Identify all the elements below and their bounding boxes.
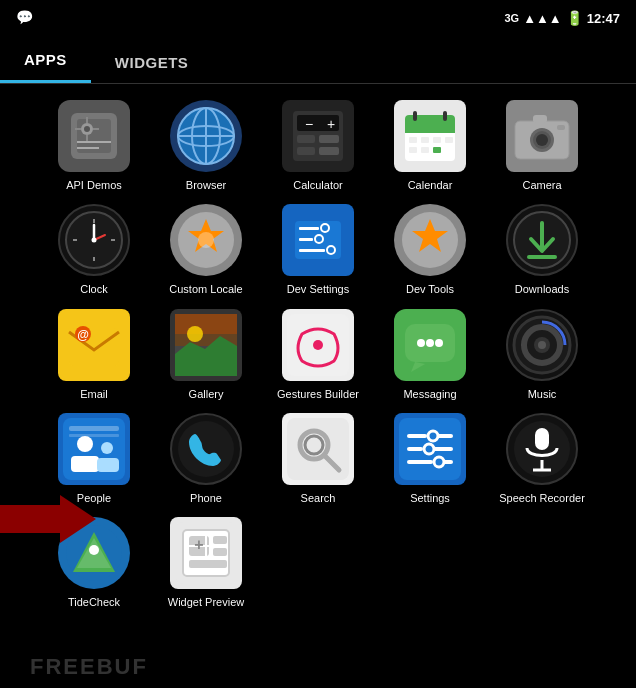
svg-text:+: + (194, 536, 203, 553)
gestures-builder-icon (287, 314, 349, 376)
svg-rect-41 (533, 115, 547, 123)
watermark: FREEBUF (30, 654, 148, 680)
app-item-phone[interactable]: Phone (152, 413, 260, 505)
svg-point-86 (77, 436, 93, 452)
app-item-dev-tools[interactable]: Dev Tools (376, 204, 484, 296)
downloads-icon (511, 209, 573, 271)
svg-rect-104 (443, 460, 453, 464)
app-item-calculator[interactable]: + − Calculator (264, 100, 372, 192)
app-label-calendar: Calendar (408, 178, 453, 192)
svg-rect-57 (299, 238, 313, 241)
svg-point-90 (178, 421, 234, 477)
dev-settings-icon (287, 209, 349, 271)
svg-rect-98 (437, 434, 453, 438)
app-label-downloads: Downloads (515, 282, 569, 296)
svg-rect-34 (421, 147, 429, 153)
app-label-widget-preview: Widget Preview (168, 595, 244, 609)
app-item-widget-preview[interactable]: + Widget Preview (152, 517, 260, 609)
app-item-gallery[interactable]: Gallery (152, 309, 260, 401)
svg-point-77 (435, 339, 443, 347)
speech-recorder-icon (511, 418, 573, 480)
svg-rect-99 (407, 447, 423, 451)
battery-icon: 🔋 (566, 10, 583, 26)
svg-rect-23 (319, 147, 339, 155)
app-label-camera: Camera (522, 178, 561, 192)
svg-point-71 (187, 326, 203, 342)
app-label-speech-recorder: Speech Recorder (499, 491, 585, 505)
dev-tools-icon (399, 209, 461, 271)
messaging-icon (399, 314, 461, 376)
app-item-clock[interactable]: Clock (40, 204, 148, 296)
app-label-gestures-builder: Gestures Builder (277, 387, 359, 401)
svg-rect-84 (69, 426, 119, 431)
svg-rect-22 (297, 147, 315, 155)
app-item-speech-recorder[interactable]: Speech Recorder (488, 413, 596, 505)
browser-icon (175, 105, 237, 167)
app-item-custom-locale[interactable]: Custom Locale (152, 204, 260, 296)
svg-rect-101 (433, 447, 453, 451)
custom-locale-icon (175, 209, 237, 271)
svg-rect-27 (413, 111, 417, 121)
svg-rect-59 (299, 249, 325, 252)
app-item-settings[interactable]: Settings (376, 413, 484, 505)
gallery-icon (175, 314, 237, 376)
calendar-icon (399, 105, 461, 167)
svg-text:−: − (305, 116, 313, 132)
svg-rect-102 (407, 460, 433, 464)
app-item-api-demos[interactable]: API Demos (40, 100, 148, 192)
svg-rect-96 (407, 434, 427, 438)
app-label-messaging: Messaging (403, 387, 456, 401)
calculator-icon: + − (287, 105, 349, 167)
app-item-search[interactable]: Search (264, 413, 372, 505)
camera-icon (511, 105, 573, 167)
app-item-browser[interactable]: Browser (152, 100, 260, 192)
tab-apps[interactable]: APPS (0, 39, 91, 83)
svg-point-75 (417, 339, 425, 347)
music-icon (511, 314, 573, 376)
app-item-people[interactable]: People (40, 413, 148, 505)
app-item-gestures-builder[interactable]: Gestures Builder (264, 309, 372, 401)
email-icon: @ (63, 314, 125, 376)
app-label-dev-tools: Dev Tools (406, 282, 454, 296)
app-item-email[interactable]: @ Email (40, 309, 148, 401)
app-item-camera[interactable]: Camera (488, 100, 596, 192)
app-label-music: Music (528, 387, 557, 401)
app-label-dev-settings: Dev Settings (287, 282, 349, 296)
svg-rect-30 (421, 137, 429, 143)
svg-rect-29 (409, 137, 417, 143)
app-label-browser: Browser (186, 178, 226, 192)
svg-rect-117 (213, 548, 227, 556)
svg-point-51 (92, 238, 97, 243)
app-label-api-demos: API Demos (66, 178, 122, 192)
signal-icon: ▲▲▲ (523, 11, 562, 26)
app-label-gallery: Gallery (189, 387, 224, 401)
app-item-music[interactable]: Music (488, 309, 596, 401)
svg-point-88 (101, 442, 113, 454)
clock-display: 12:47 (587, 11, 620, 26)
svg-point-60 (327, 246, 335, 254)
svg-point-3 (84, 126, 90, 132)
svg-rect-87 (71, 456, 99, 472)
app-item-messaging[interactable]: Messaging (376, 309, 484, 401)
app-label-clock: Clock (80, 282, 108, 296)
app-item-calendar[interactable]: Calendar (376, 100, 484, 192)
svg-text:@: @ (77, 328, 89, 342)
svg-point-56 (321, 224, 329, 232)
arrow-body (0, 505, 60, 533)
svg-point-100 (424, 444, 434, 454)
tab-widgets[interactable]: WIDGETS (91, 42, 213, 83)
svg-point-82 (538, 341, 546, 349)
svg-point-97 (428, 431, 438, 441)
app-item-downloads[interactable]: Downloads (488, 204, 596, 296)
svg-rect-89 (97, 458, 119, 472)
app-label-custom-locale: Custom Locale (169, 282, 242, 296)
app-grid: API Demos Browser + − (0, 84, 636, 625)
status-bar: 💬 3G ▲▲▲ 🔋 12:47 (0, 0, 636, 36)
api-demos-icon (63, 105, 125, 167)
svg-rect-8 (77, 141, 111, 143)
svg-rect-116 (213, 536, 227, 544)
notification-icon: 💬 (16, 9, 33, 25)
svg-point-58 (315, 235, 323, 243)
app-item-dev-settings[interactable]: Dev Settings (264, 204, 372, 296)
svg-point-112 (89, 545, 99, 555)
